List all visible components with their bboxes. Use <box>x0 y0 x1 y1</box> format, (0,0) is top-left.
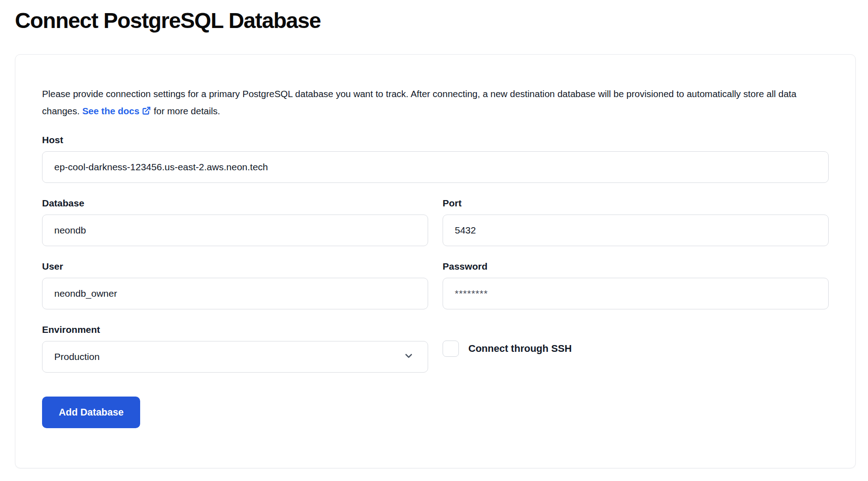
host-label: Host <box>42 135 829 145</box>
page-title: Connect PostgreSQL Database <box>15 8 868 33</box>
user-field-group: User <box>42 261 428 309</box>
ssh-checkbox[interactable] <box>443 341 459 357</box>
description-after-link: for more details. <box>151 106 220 116</box>
user-password-row: User Password <box>42 261 829 309</box>
see-the-docs-label: See the docs <box>82 106 139 116</box>
password-input[interactable] <box>443 278 829 309</box>
database-input[interactable] <box>42 215 428 246</box>
environment-selected-value: Production <box>54 351 99 362</box>
host-field-group: Host <box>42 135 829 183</box>
ssh-checkbox-label[interactable]: Connect through SSH <box>468 343 572 355</box>
database-field-group: Database <box>42 198 428 246</box>
user-label: User <box>42 261 428 272</box>
port-field-group: Port <box>443 198 829 246</box>
port-input[interactable] <box>443 215 829 246</box>
see-the-docs-link[interactable]: See the docs <box>82 106 151 116</box>
connection-settings-card: Please provide connection settings for a… <box>15 54 856 468</box>
environment-select[interactable]: Production <box>42 341 428 373</box>
environment-label: Environment <box>42 324 428 335</box>
database-label: Database <box>42 198 428 209</box>
password-field-group: Password <box>443 261 829 309</box>
port-label: Port <box>443 198 829 209</box>
database-port-row: Database Port <box>42 198 829 246</box>
environment-ssh-row: Environment Production Connect through S… <box>42 324 829 373</box>
user-input[interactable] <box>42 278 428 309</box>
ssh-option-row: Connect through SSH <box>443 341 829 357</box>
description-text: Please provide connection settings for a… <box>42 85 829 121</box>
password-label: Password <box>443 261 829 272</box>
environment-field-group: Environment Production <box>42 324 428 373</box>
add-database-button[interactable]: Add Database <box>42 397 140 428</box>
chevron-down-icon <box>403 350 414 364</box>
external-link-icon <box>142 104 151 121</box>
host-input[interactable] <box>42 151 829 183</box>
